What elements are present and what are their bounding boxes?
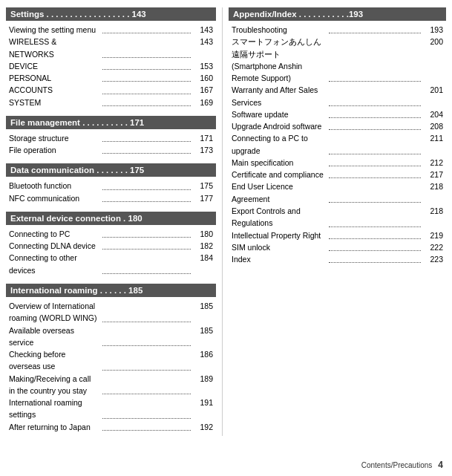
toc-item-page: 143: [192, 36, 213, 60]
toc-item: Bluetooth function175: [9, 180, 213, 192]
toc-item-page: 185: [192, 300, 213, 325]
toc-item-label: DEVICE: [9, 60, 101, 72]
toc-item-dots: [329, 108, 422, 118]
section-header-file-management: File management . . . . . . . . . . 171: [6, 116, 216, 129]
section-header-international-roaming: International roaming . . . . . . 185: [6, 284, 216, 297]
toc-item: SIM unlock222: [232, 241, 443, 253]
toc-item-page: 218: [422, 205, 443, 229]
toc-item-dots: [329, 169, 422, 178]
toc-item: NFC communication177: [9, 192, 213, 204]
left-column: Settings . . . . . . . . . . . . . . . .…: [0, 7, 223, 436]
toc-item-label: Certificate and compliance: [232, 169, 327, 180]
toc-item-dots: [102, 132, 191, 142]
toc-item: DEVICE153: [9, 60, 213, 72]
toc-item-dots: [329, 120, 422, 130]
toc-item-label: International roaming settings: [9, 397, 101, 421]
toc-item: Overview of International roaming (WORLD…: [9, 300, 213, 325]
toc-item-dots: [102, 397, 191, 419]
toc-item-dots: [102, 144, 191, 154]
toc-item: Connecting to other devices184: [9, 252, 213, 276]
toc-item: Troubleshooting193: [232, 24, 443, 36]
toc-item-page: 222: [422, 241, 443, 253]
toc-item-page: 173: [192, 144, 213, 156]
page-footer: Contents/Precautions 4: [361, 460, 443, 470]
right-column: Appendix/Index . . . . . . . . . . .193T…: [223, 7, 452, 436]
toc-item-label: Making/Receiving a call in the country y…: [9, 373, 101, 397]
toc-item: Viewing the setting menu143: [9, 24, 213, 36]
toc-item-dots: [102, 240, 191, 250]
toc-item: Warranty and After Sales Services201: [232, 84, 443, 108]
toc-item-dots: [102, 60, 191, 70]
toc-item-label: Export Controls and Regulations: [232, 205, 327, 229]
toc-item-label: WIRELESS & NETWORKS: [9, 36, 101, 60]
toc-item: Making/Receiving a call in the country y…: [9, 373, 213, 397]
footer-page-number: 4: [438, 460, 443, 470]
toc-item-label: End User Licence Agreement: [232, 180, 327, 205]
toc-item-label: Main specification: [232, 157, 327, 169]
toc-item-page: 153: [192, 60, 213, 72]
toc-item-dots: [329, 24, 422, 33]
section-header-appendix-index: Appendix/Index . . . . . . . . . . .193: [229, 7, 446, 21]
toc-item: SYSTEM169: [9, 97, 213, 108]
toc-item-dots: [329, 205, 422, 227]
toc-item-dots: [329, 157, 422, 166]
toc-item: Export Controls and Regulations218: [232, 205, 443, 229]
toc-item-dots: [102, 421, 191, 431]
toc-item: After returning to Japan192: [9, 421, 213, 433]
toc-item-label: Connecting to a PC to upgrade: [232, 132, 327, 157]
toc-item-label: Bluetooth function: [9, 180, 101, 192]
toc-item-label: Index: [232, 253, 327, 265]
toc-item-label: SIM unlock: [232, 241, 327, 253]
toc-item-page: 186: [192, 348, 213, 373]
section-items-settings: Viewing the setting menu143WIRELESS & NE…: [6, 22, 216, 111]
toc-item-page: 160: [192, 72, 213, 84]
toc-item-label: File operation: [9, 144, 101, 156]
toc-item: Index223: [232, 253, 443, 265]
toc-item-page: 200: [422, 36, 443, 84]
section-items-file-management: Storage structure171File operation173: [6, 131, 216, 160]
toc-item-dots: [329, 36, 422, 82]
toc-item-page: 184: [192, 252, 213, 276]
toc-item: スマートフォンあんしん遠隔サポート (Smartphone Anshin Rem…: [232, 36, 443, 84]
toc-item-dots: [102, 373, 191, 395]
toc-item-dots: [102, 84, 191, 94]
toc-item-dots: [329, 241, 422, 251]
toc-item: Certificate and compliance217: [232, 169, 443, 180]
toc-item: Storage structure171: [9, 132, 213, 144]
toc-item-label: NFC communication: [9, 192, 101, 204]
section-items-international-roaming: Overview of International roaming (WORLD…: [6, 299, 216, 436]
toc-item: WIRELESS & NETWORKS143: [9, 36, 213, 60]
toc-item: Checking before overseas use186: [9, 348, 213, 373]
toc-item-dots: [102, 300, 191, 322]
toc-item-page: 217: [422, 169, 443, 180]
toc-item-label: Available overseas service: [9, 325, 101, 349]
toc-item-label: Storage structure: [9, 132, 101, 144]
toc-item: Available overseas service185: [9, 325, 213, 349]
toc-item-page: 201: [422, 84, 443, 108]
toc-item-dots: [329, 180, 422, 203]
toc-item: File operation173: [9, 144, 213, 156]
section-header-data-communication: Data communication . . . . . . . 175: [6, 163, 216, 177]
toc-item-page: 185: [192, 325, 213, 349]
toc-item-label: Troubleshooting: [232, 24, 327, 36]
toc-item-dots: [102, 348, 191, 371]
toc-item: PERSONAL160: [9, 72, 213, 84]
toc-item-dots: [102, 180, 191, 189]
footer-label: Contents/Precautions: [361, 461, 433, 469]
toc-item-label: Connecting DLNA device: [9, 240, 101, 252]
toc-item: End User Licence Agreement218: [232, 180, 443, 205]
toc-item-page: 193: [422, 24, 443, 36]
toc-item-page: 223: [422, 253, 443, 265]
toc-item: Software update204: [232, 108, 443, 120]
toc-item-page: 143: [192, 24, 213, 36]
toc-item-page: 167: [192, 84, 213, 96]
section-items-data-communication: Bluetooth function175NFC communication17…: [6, 178, 216, 207]
toc-item-dots: [329, 253, 422, 263]
toc-item-page: 180: [192, 228, 213, 240]
toc-item-page: 211: [422, 132, 443, 157]
toc-item-label: After returning to Japan: [9, 421, 101, 433]
toc-item-page: 219: [422, 229, 443, 241]
toc-item-page: 177: [192, 192, 213, 204]
toc-item-dots: [329, 132, 422, 154]
toc-item-page: 191: [192, 397, 213, 421]
